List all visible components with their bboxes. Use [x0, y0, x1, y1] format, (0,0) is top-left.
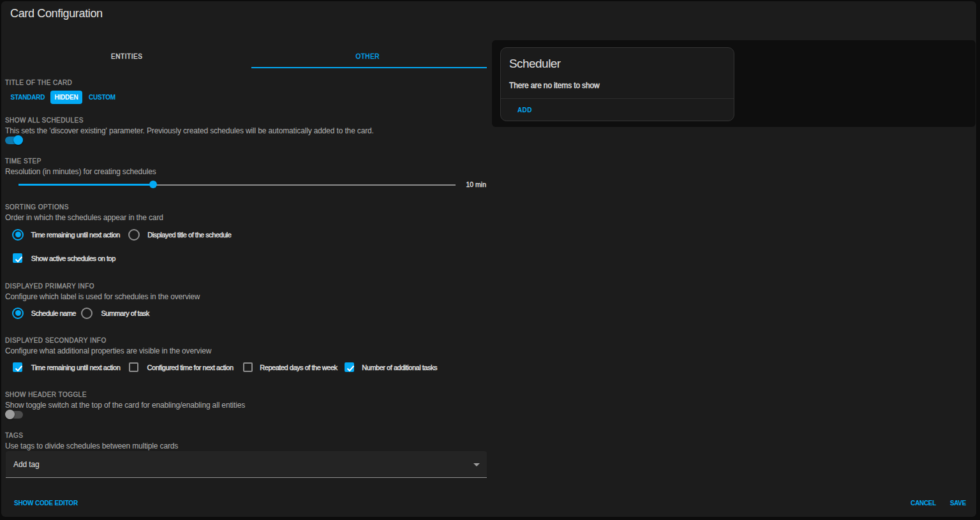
- preview-empty-text: There are no items to show: [509, 80, 600, 91]
- section-description: This sets the 'discover existing' parame…: [5, 126, 374, 136]
- page-backdrop: { "accent_color": "#03a9f4", "dialog": {…: [0, 0, 980, 520]
- radio-label[interactable]: Displayed title of the schedule: [147, 228, 231, 241]
- checkbox-additional-tasks[interactable]: [345, 362, 354, 372]
- section-label: TAGS: [5, 431, 490, 440]
- section-title-of-card: TITLE OF THE CARD STANDARD HIDDEN CUSTOM: [5, 78, 490, 87]
- check-icon: [345, 363, 356, 374]
- tab-active-indicator: [251, 67, 487, 68]
- section-tags: TAGS Use tags to divide schedules betwee…: [5, 431, 490, 440]
- section-displayed-primary-info: DISPLAYED PRIMARY INFO Configure which l…: [5, 281, 490, 291]
- section-description: Configure which label is used for schedu…: [5, 292, 200, 302]
- show-code-editor-button[interactable]: SHOW CODE EDITOR: [14, 498, 78, 509]
- radio-label[interactable]: Schedule name: [31, 307, 76, 320]
- tags-select[interactable]: Add tag: [6, 451, 487, 478]
- tab-entities-label: ENTITIES: [111, 53, 142, 60]
- show-all-schedules-toggle[interactable]: [5, 135, 24, 145]
- checkbox-configured-time[interactable]: [129, 362, 138, 372]
- toggle-thumb: [13, 135, 23, 145]
- card-preview-panel: Scheduler There are no items to show ADD: [492, 40, 976, 127]
- title-standard-button[interactable]: STANDARD: [5, 91, 50, 104]
- toggle-thumb: [5, 410, 15, 419]
- checkbox-label[interactable]: Configured time for next action: [147, 361, 234, 374]
- section-time-step: TIME STEP Resolution (in minutes) for cr…: [5, 156, 490, 166]
- title-hidden-button[interactable]: HIDDEN: [50, 91, 82, 104]
- section-show-all-schedules: SHOW ALL SCHEDULES This sets the 'discov…: [5, 115, 490, 125]
- checkbox-label[interactable]: Repeated days of the week: [260, 361, 337, 374]
- checkbox-repeated-days[interactable]: [243, 362, 253, 372]
- cancel-button[interactable]: CANCEL: [910, 498, 936, 509]
- secondary-info-checkbox-row: Time remaining until next action Configu…: [5, 361, 490, 374]
- section-description: Show toggle switch at the top of the car…: [5, 400, 245, 410]
- tab-other-label: OTHER: [355, 53, 380, 60]
- radio-label[interactable]: Time remaining until next action: [31, 228, 120, 241]
- section-description: Use tags to divide schedules between mul…: [5, 441, 178, 451]
- section-description: Order in which the schedules appear in t…: [5, 212, 163, 223]
- check-icon: [13, 254, 24, 265]
- section-description: Configure what additional properties are…: [5, 346, 211, 356]
- dropdown-caret-icon: [473, 463, 480, 466]
- tags-select-placeholder: Add tag: [13, 460, 40, 469]
- radio-schedule-name[interactable]: [12, 308, 24, 319]
- slider-value-label: 10 min: [445, 180, 486, 189]
- title-custom-button[interactable]: CUSTOM: [83, 91, 121, 104]
- checkbox-time-remaining[interactable]: [13, 362, 22, 372]
- section-sorting-options: SORTING OPTIONS Order in which the sched…: [5, 202, 490, 212]
- tab-bar: ENTITIES OTHER: [6, 41, 488, 68]
- check-icon: [13, 363, 24, 374]
- checkbox-label[interactable]: Number of additional tasks: [362, 361, 437, 374]
- tab-other[interactable]: OTHER: [248, 41, 489, 68]
- checkbox-label[interactable]: Time remaining until next action: [31, 361, 121, 374]
- checkbox-label[interactable]: Show active schedules on top: [31, 252, 115, 265]
- sorting-checkbox-row: Show active schedules on top: [5, 252, 490, 265]
- section-label: DISPLAYED SECONDARY INFO: [5, 336, 490, 345]
- preview-divider: [501, 98, 734, 99]
- dialog-title: Card Configuration: [10, 5, 103, 22]
- slider-inactive-track[interactable]: [153, 184, 456, 186]
- radio-sort-time-remaining[interactable]: [12, 229, 24, 241]
- preview-card-title: Scheduler: [509, 56, 561, 72]
- checkbox-active-on-top[interactable]: [13, 253, 22, 263]
- show-header-toggle[interactable]: [5, 410, 24, 419]
- slider-active-track[interactable]: [19, 184, 153, 186]
- footer-actions: CANCEL SAVE: [910, 498, 966, 509]
- sorting-radio-row: Time remaining until next action Display…: [5, 228, 490, 241]
- section-show-header-toggle: SHOW HEADER TOGGLE Show toggle switch at…: [5, 390, 490, 399]
- primary-info-radio-row: Schedule name Summary of task: [5, 307, 490, 320]
- radio-summary-of-task[interactable]: [81, 308, 93, 319]
- add-schedule-button[interactable]: ADD: [517, 105, 532, 115]
- section-description: Resolution (in minutes) for creating sch…: [5, 167, 156, 177]
- scheduler-card-preview: Scheduler There are no items to show ADD: [500, 47, 734, 121]
- radio-sort-title[interactable]: [128, 229, 140, 241]
- section-label: SORTING OPTIONS: [5, 202, 490, 212]
- slider-thumb[interactable]: [149, 181, 157, 188]
- section-displayed-secondary-info: DISPLAYED SECONDARY INFO Configure what …: [5, 336, 490, 345]
- section-label: DISPLAYED PRIMARY INFO: [5, 281, 490, 291]
- section-label: TIME STEP: [5, 156, 490, 166]
- section-label: SHOW HEADER TOGGLE: [5, 390, 490, 399]
- card-configuration-dialog: Card Configuration ENTITIES OTHER Schedu…: [1, 1, 976, 517]
- tab-entities[interactable]: ENTITIES: [6, 41, 248, 68]
- section-label: TITLE OF THE CARD: [5, 78, 490, 87]
- title-mode-buttons: STANDARD HIDDEN CUSTOM: [5, 91, 197, 104]
- time-step-slider: 10 min: [5, 180, 490, 189]
- save-button[interactable]: SAVE: [950, 498, 966, 509]
- section-label: SHOW ALL SCHEDULES: [5, 115, 490, 125]
- radio-label[interactable]: Summary of task: [101, 307, 149, 320]
